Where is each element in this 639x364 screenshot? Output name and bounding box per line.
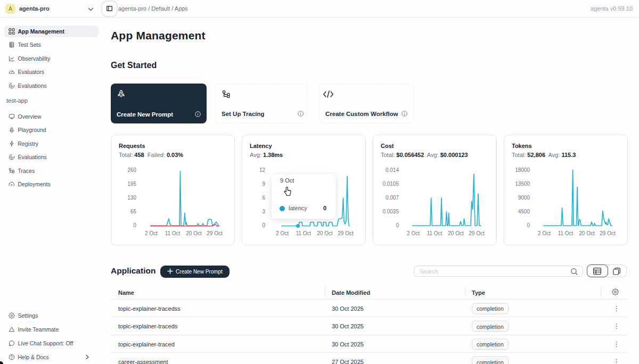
svg-text:20 Oct: 20 Oct (448, 230, 464, 236)
svg-text:11 Oct: 11 Oct (558, 230, 574, 236)
svg-text:2 Oct: 2 Oct (538, 230, 551, 236)
svg-text:130: 130 (127, 195, 136, 201)
svg-text:4500: 4500 (518, 209, 530, 214)
svg-text:65: 65 (130, 209, 137, 214)
svg-text:2 Oct: 2 Oct (145, 230, 158, 236)
svg-text:29 Oct: 29 Oct (600, 230, 616, 236)
svg-text:195: 195 (127, 181, 136, 187)
svg-text:0.0035: 0.0035 (382, 209, 399, 214)
svg-text:0: 0 (396, 222, 399, 228)
svg-text:20 Oct: 20 Oct (317, 230, 333, 236)
svg-text:20 Oct: 20 Oct (579, 230, 595, 236)
svg-text:11 Oct: 11 Oct (165, 230, 181, 236)
svg-text:11 Oct: 11 Oct (296, 230, 312, 236)
svg-text:3: 3 (262, 209, 265, 214)
svg-text:9000: 9000 (518, 195, 530, 201)
svg-text:0: 0 (527, 222, 530, 228)
svg-text:2 Oct: 2 Oct (407, 230, 420, 236)
svg-text:11 Oct: 11 Oct (427, 230, 443, 236)
svg-text:0: 0 (262, 222, 265, 228)
svg-text:12: 12 (259, 167, 266, 173)
svg-text:6: 6 (262, 195, 265, 201)
svg-text:20 Oct: 20 Oct (186, 230, 202, 236)
svg-text:260: 260 (127, 167, 136, 173)
svg-text:13500: 13500 (515, 181, 530, 187)
svg-text:29 Oct: 29 Oct (469, 230, 485, 236)
svg-text:29 Oct: 29 Oct (338, 230, 354, 236)
svg-text:9: 9 (262, 181, 265, 187)
svg-text:0: 0 (133, 222, 136, 228)
svg-text:0.014: 0.014 (386, 167, 399, 173)
svg-text:0.007: 0.007 (386, 195, 399, 201)
svg-text:2 Oct: 2 Oct (276, 230, 289, 236)
svg-text:0.0105: 0.0105 (382, 181, 399, 187)
svg-text:18000: 18000 (515, 167, 530, 173)
svg-text:29 Oct: 29 Oct (207, 230, 223, 236)
